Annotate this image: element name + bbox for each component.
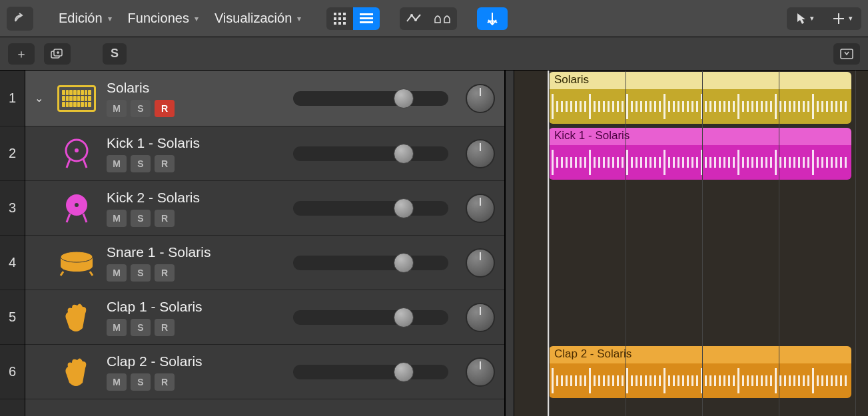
track-list: ⌄ Solaris M S R Kick 1 - Solaris <box>25 71 505 416</box>
edit-menu-label: Edición <box>59 11 103 26</box>
mute-button[interactable]: M <box>107 210 127 227</box>
track-info: Clap 1 - Solaris M S R <box>107 299 280 336</box>
slider-thumb[interactable] <box>394 308 414 327</box>
track-row[interactable]: ⌄ Solaris M S R <box>25 71 504 126</box>
mute-button[interactable]: M <box>107 373 127 391</box>
mute-button[interactable]: M <box>107 100 127 117</box>
chevron-down-icon: ▾ <box>810 14 814 23</box>
volume-slider[interactable] <box>293 365 448 379</box>
edit-menu[interactable]: Edición▾ <box>53 7 117 30</box>
record-enable-button[interactable]: R <box>155 100 175 117</box>
duplicate-icon <box>51 49 64 59</box>
catch-playhead-button[interactable] <box>477 7 508 30</box>
slider-thumb[interactable] <box>394 89 414 108</box>
track-info: Solaris M S R <box>107 80 280 117</box>
arrange-area[interactable]: ◂▸ 1 2 3 4 5 Solaris Kick 1 - Solaris Cl… <box>514 71 868 416</box>
grid-view-button[interactable] <box>326 7 353 30</box>
svg-rect-6 <box>334 22 336 25</box>
track-info: Kick 1 - Solaris M S R <box>107 135 280 172</box>
region-clip[interactable]: Solaris <box>549 72 851 124</box>
svg-point-12 <box>410 14 413 17</box>
track-number: 3 <box>0 181 25 236</box>
divider-strip[interactable] <box>505 71 514 416</box>
track-name[interactable]: Clap 1 - Solaris <box>107 299 280 315</box>
svg-rect-3 <box>334 17 336 20</box>
collapse-icon <box>840 49 853 59</box>
solo-button[interactable]: S <box>131 210 151 227</box>
track-info: Clap 2 - Solaris M S R <box>107 353 280 391</box>
chevron-down-icon: ▾ <box>195 14 199 23</box>
pointer-tool-button[interactable]: ▾ <box>787 7 824 30</box>
track-name[interactable]: Kick 2 - Solaris <box>107 190 280 206</box>
add-track-button[interactable]: ＋ <box>8 43 35 65</box>
track-name[interactable]: Clap 2 - Solaris <box>107 353 280 369</box>
collapse-button[interactable] <box>833 43 860 65</box>
volume-slider[interactable] <box>293 91 448 106</box>
svg-point-20 <box>75 203 79 207</box>
slider-thumb[interactable] <box>394 198 414 218</box>
solo-button[interactable]: S <box>131 264 151 282</box>
list-view-button[interactable] <box>353 7 380 30</box>
record-enable-button[interactable]: R <box>155 319 175 336</box>
mute-button[interactable]: M <box>107 319 127 336</box>
track-name[interactable]: Kick 1 - Solaris <box>107 135 280 151</box>
region-clip[interactable]: Kick 1 - Solaris <box>549 128 851 180</box>
global-solo-button[interactable]: S <box>103 43 127 65</box>
slider-thumb[interactable] <box>394 253 414 273</box>
volume-slider[interactable] <box>293 310 448 325</box>
solo-button[interactable]: S <box>131 373 151 391</box>
grid-view-group <box>326 7 380 30</box>
automation-button[interactable] <box>400 7 428 30</box>
track-name[interactable]: Snare 1 - Solaris <box>107 244 280 260</box>
mute-button[interactable]: M <box>107 155 127 172</box>
disclosure-toggle[interactable]: ⌄ <box>31 91 47 106</box>
region-label: Clap 2 - Solaris <box>549 346 851 363</box>
slider-thumb[interactable] <box>394 144 414 164</box>
pan-knob[interactable] <box>466 84 495 113</box>
pan-knob[interactable] <box>466 303 495 332</box>
pan-knob[interactable] <box>466 139 495 168</box>
track-row[interactable]: Clap 2 - Solaris M S R <box>25 345 504 399</box>
volume-slider[interactable] <box>293 201 448 216</box>
track-number-gutter: 1 2 3 4 5 6 <box>0 71 25 416</box>
region-body <box>549 145 851 180</box>
svg-rect-5 <box>343 17 346 20</box>
slider-thumb[interactable] <box>394 362 414 382</box>
track-icon <box>53 299 100 336</box>
snare-drum-icon <box>58 249 95 277</box>
track-row[interactable]: Kick 2 - Solaris M S R <box>25 181 504 236</box>
solo-button[interactable]: S <box>131 100 151 117</box>
chevron-down-icon: ▾ <box>108 14 112 23</box>
clap-icon <box>60 302 93 333</box>
view-menu[interactable]: Visualización▾ <box>209 7 306 30</box>
kick-drum-icon <box>60 192 93 225</box>
tool-menu-group: ▾ ▾ <box>787 7 861 30</box>
functions-menu[interactable]: Funciones▾ <box>123 7 204 30</box>
functions-menu-label: Funciones <box>128 11 189 26</box>
solo-button[interactable]: S <box>131 155 151 172</box>
volume-slider[interactable] <box>293 146 448 161</box>
track-name[interactable]: Solaris <box>107 80 280 96</box>
region-clip[interactable]: Clap 2 - Solaris <box>549 346 851 398</box>
record-enable-button[interactable]: R <box>155 264 175 282</box>
pan-knob[interactable] <box>466 248 495 278</box>
playhead[interactable] <box>548 71 549 416</box>
pan-knob[interactable] <box>466 357 495 387</box>
mute-button[interactable]: M <box>107 264 127 282</box>
svg-rect-9 <box>360 13 373 15</box>
record-enable-button[interactable]: R <box>155 373 175 391</box>
volume-slider[interactable] <box>293 256 448 270</box>
track-row[interactable]: Snare 1 - Solaris M S R <box>25 236 504 290</box>
pan-knob[interactable] <box>466 194 495 223</box>
record-enable-button[interactable]: R <box>155 210 175 227</box>
main-area: 1 2 3 4 5 6 ⌄ Solaris M S R <box>0 71 868 416</box>
track-icon <box>53 244 100 282</box>
solo-button[interactable]: S <box>131 319 151 336</box>
secondary-tool-button[interactable]: ▾ <box>824 7 861 30</box>
record-enable-button[interactable]: R <box>155 155 175 172</box>
track-row[interactable]: Clap 1 - Solaris M S R <box>25 290 504 345</box>
hierarchy-up-button[interactable] <box>7 7 33 31</box>
duplicate-track-button[interactable] <box>44 43 71 65</box>
track-row[interactable]: Kick 1 - Solaris M S R <box>25 126 504 181</box>
flex-button[interactable] <box>428 7 457 30</box>
